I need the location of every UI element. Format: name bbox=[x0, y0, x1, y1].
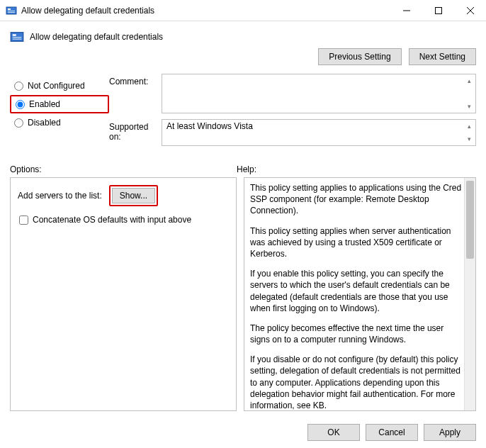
radio-not-configured-input[interactable] bbox=[14, 82, 23, 91]
svg-rect-5 bbox=[435, 7, 441, 13]
radio-disabled-input[interactable] bbox=[14, 118, 23, 128]
radio-label: Enabled bbox=[29, 99, 60, 109]
scrollbar-thumb[interactable] bbox=[466, 181, 474, 259]
maximize-icon bbox=[435, 7, 442, 14]
radio-label: Disabled bbox=[28, 118, 61, 128]
previous-setting-button[interactable]: Previous Setting bbox=[318, 48, 401, 65]
help-paragraph: This policy setting applies when server … bbox=[250, 225, 463, 260]
policy-icon bbox=[10, 30, 24, 44]
help-paragraph: The policy becomes effective the next ti… bbox=[250, 323, 463, 345]
svg-rect-2 bbox=[8, 11, 15, 11]
minimize-button[interactable] bbox=[390, 0, 422, 21]
svg-rect-9 bbox=[13, 34, 16, 36]
svg-rect-10 bbox=[13, 37, 22, 38]
help-paragraph: If you enable this policy setting, you c… bbox=[250, 268, 463, 314]
radio-enabled-input[interactable] bbox=[16, 100, 25, 109]
policy-icon bbox=[6, 5, 17, 16]
checkbox-label: Concatenate OS defaults with input above bbox=[33, 215, 191, 225]
help-scrollbar[interactable] bbox=[464, 178, 475, 410]
radio-enabled[interactable]: Enabled bbox=[10, 95, 109, 113]
radio-not-configured[interactable]: Not Configured bbox=[10, 77, 109, 95]
comment-textarea[interactable]: ▴ ▾ bbox=[162, 74, 476, 113]
options-panel: Add servers to the list: Show... Concate… bbox=[10, 177, 237, 411]
options-section-label: Options: bbox=[10, 164, 237, 174]
supported-on-box: At least Windows Vista ▴ ▾ bbox=[162, 119, 476, 146]
close-button[interactable] bbox=[454, 0, 486, 21]
radio-disabled[interactable]: Disabled bbox=[10, 113, 109, 132]
supported-on-value: At least Windows Vista bbox=[166, 121, 253, 131]
show-button[interactable]: Show... bbox=[112, 188, 155, 203]
supported-on-label: Supported on: bbox=[109, 119, 162, 146]
policy-header: Allow delegating default credentials bbox=[0, 21, 486, 48]
svg-rect-3 bbox=[8, 12, 15, 13]
help-paragraph: This policy setting applies to applicati… bbox=[250, 182, 463, 217]
help-text: This policy setting applies to applicati… bbox=[250, 182, 463, 411]
scroll-up-icon[interactable]: ▴ bbox=[464, 76, 474, 86]
cancel-button[interactable]: Cancel bbox=[366, 424, 418, 441]
dialog-footer: OK Cancel Apply bbox=[0, 417, 486, 448]
svg-rect-11 bbox=[13, 39, 22, 40]
next-setting-button[interactable]: Next Setting bbox=[409, 48, 476, 65]
policy-name: Allow delegating default credentials bbox=[30, 32, 476, 42]
scroll-down-icon[interactable]: ▾ bbox=[464, 134, 474, 144]
concat-defaults-checkbox[interactable]: Concatenate OS defaults with input above bbox=[18, 215, 229, 225]
window-title: Allow delegating default credentials bbox=[21, 6, 390, 16]
radio-label: Not Configured bbox=[28, 81, 85, 91]
help-section-label: Help: bbox=[237, 164, 256, 174]
concat-defaults-checkbox-input[interactable] bbox=[19, 215, 28, 225]
help-paragraph: If you disable or do not configure (by d… bbox=[250, 354, 463, 411]
scroll-up-icon[interactable]: ▴ bbox=[464, 121, 474, 131]
scroll-down-icon[interactable]: ▾ bbox=[464, 101, 474, 111]
comment-label: Comment: bbox=[109, 74, 162, 113]
help-panel: This policy setting applies to applicati… bbox=[244, 177, 476, 411]
close-icon bbox=[467, 7, 474, 14]
titlebar: Allow delegating default credentials bbox=[0, 0, 486, 21]
minimize-icon bbox=[403, 7, 410, 14]
add-servers-label: Add servers to the list: bbox=[18, 191, 102, 201]
ok-button[interactable]: OK bbox=[307, 424, 360, 441]
apply-button[interactable]: Apply bbox=[424, 424, 476, 441]
svg-rect-1 bbox=[8, 9, 11, 10]
maximize-button[interactable] bbox=[422, 0, 454, 21]
